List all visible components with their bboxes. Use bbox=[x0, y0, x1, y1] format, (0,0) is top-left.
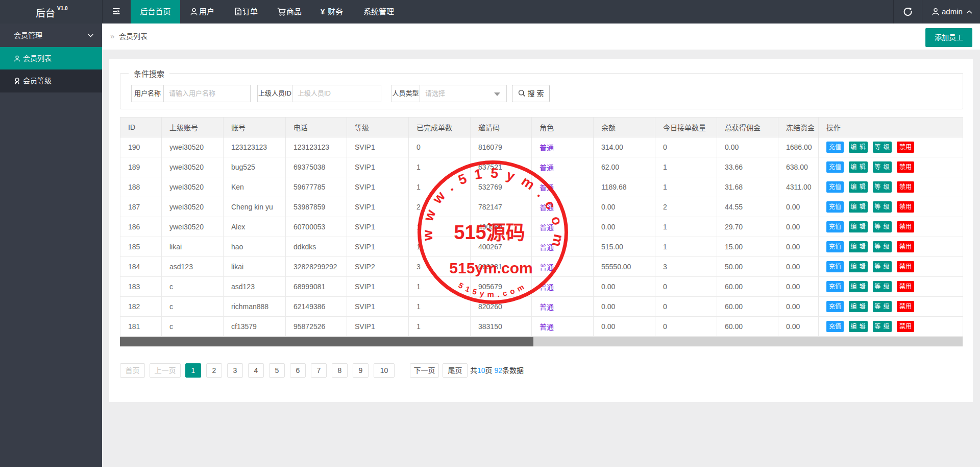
svg-text:515ym.com: 515ym.com bbox=[457, 281, 528, 298]
svg-text:515ym.com: 515ym.com bbox=[449, 260, 532, 276]
svg-text:515源码: 515源码 bbox=[454, 222, 525, 243]
